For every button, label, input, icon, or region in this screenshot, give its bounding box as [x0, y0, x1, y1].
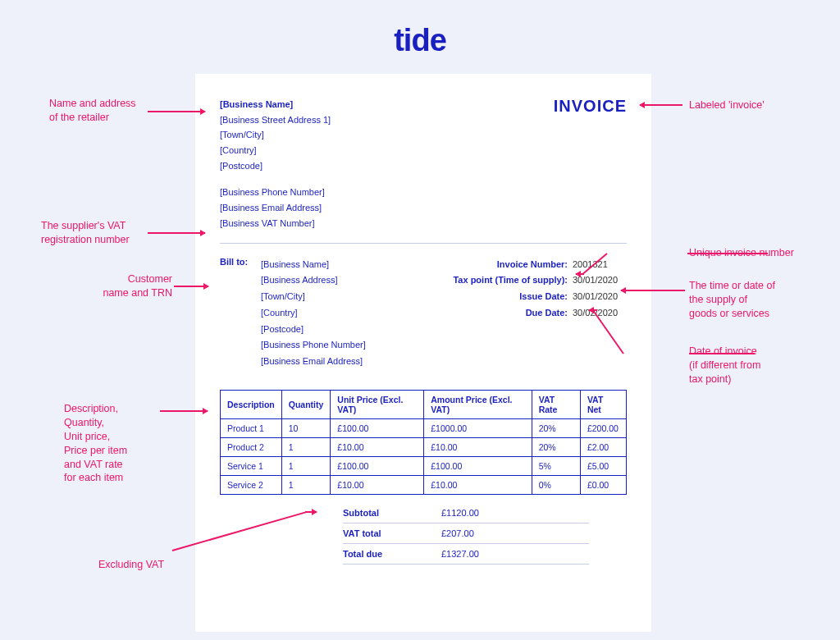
business-address1: [Business Street Address 1]: [220, 112, 331, 128]
billto-postcode: [Postcode]: [261, 322, 366, 338]
col-amount: Amount Price (Excl. VAT): [424, 391, 532, 419]
table-cell: 20%: [532, 438, 580, 457]
totals-block: Subtotal £1120.00 VAT total £207.00 Tota…: [343, 503, 589, 565]
anno-retailer: Name and addressof the retailer: [49, 97, 164, 125]
arrow-icon: [174, 286, 208, 287]
billto-name: [Business Name]: [261, 257, 366, 273]
bill-to-label: Bill to:: [220, 257, 253, 371]
arrow-line: [689, 353, 755, 354]
business-vat-number: [Business VAT Number]: [220, 216, 627, 231]
table-cell: £10.00: [331, 438, 424, 457]
billto-address: [Business Address]: [261, 272, 366, 289]
table-cell: Product 1: [221, 419, 282, 438]
anno-invoice-date: Date of invoice(if different fromtax poi…: [689, 345, 812, 386]
table-cell: £1000.00: [424, 419, 532, 438]
anno-line-items: Description,Quantity,Unit price,Price pe…: [64, 402, 171, 485]
table-cell: £0.00: [580, 476, 626, 495]
subtotal-value: £1120.00: [441, 508, 479, 518]
business-address-block: [Business Name] [Business Street Address…: [220, 97, 331, 173]
business-town: [Town/City]: [220, 127, 331, 143]
business-contact-block: [Business Phone Number] [Business Email …: [220, 185, 627, 231]
tax-point-label: Tax point (Time of supply):: [453, 272, 568, 289]
table-cell: £10.00: [331, 476, 424, 495]
anno-supply-date: The time or date ofthe supply ofgoods or…: [689, 279, 812, 321]
total-due-value: £1327.00: [441, 549, 479, 559]
col-description: Description: [221, 391, 282, 419]
anno-labeled-invoice: Labeled 'invoice': [689, 98, 765, 112]
arrow-icon: [621, 290, 685, 291]
invoice-title: INVOICE: [554, 97, 627, 173]
vat-total-label: VAT total: [343, 528, 441, 538]
business-country: [Country]: [220, 143, 331, 158]
table-cell: 1: [281, 457, 331, 476]
billto-email: [Business Email Address]: [261, 354, 366, 370]
table-cell: 1: [281, 438, 331, 457]
table-row: Service 21£10.00£10.000%£0.00: [221, 476, 627, 495]
table-row: Product 21£10.00£10.0020%£2.00: [221, 438, 627, 457]
table-row: Service 11£100.00£100.005%£5.00: [221, 457, 627, 476]
arrow-icon: [640, 104, 682, 106]
table-cell: Product 2: [221, 438, 282, 457]
table-cell: 1: [281, 476, 331, 495]
table-cell: £10.00: [424, 476, 532, 495]
table-cell: 0%: [532, 476, 580, 495]
table-cell: £100.00: [331, 457, 424, 476]
col-quantity: Quantity: [281, 391, 331, 419]
table-cell: £5.00: [580, 457, 626, 476]
arrow-icon: [148, 232, 205, 234]
table-row: Product 110£100.00£1000.0020%£200.00: [221, 419, 627, 438]
total-due-label: Total due: [343, 549, 441, 559]
billto-town: [Town/City]: [261, 289, 366, 305]
vat-total-value: £207.00: [441, 528, 474, 538]
due-date-label: Due Date:: [526, 305, 568, 322]
arrow-icon: [576, 273, 584, 275]
arrow-icon: [160, 410, 208, 412]
arrow-icon: [305, 511, 317, 513]
business-email: [Business Email Address]: [220, 200, 627, 216]
table-cell: £200.00: [580, 419, 626, 438]
col-unit-price: Unit Price (Excl. VAT): [331, 391, 424, 419]
arrow-icon: [148, 111, 205, 112]
anno-excl-vat: Excluding VAT: [98, 558, 164, 572]
table-cell: £100.00: [424, 457, 532, 476]
arrow-icon: [589, 309, 597, 311]
issue-date-value: 30/01/2020: [573, 289, 627, 305]
business-phone: [Business Phone Number]: [220, 185, 627, 200]
col-vat-rate: VAT Rate: [532, 391, 580, 419]
table-cell: 5%: [532, 457, 580, 476]
line-items-table: Description Quantity Unit Price (Excl. V…: [220, 390, 627, 495]
divider: [220, 243, 627, 244]
table-cell: 20%: [532, 419, 580, 438]
issue-date-label: Issue Date:: [519, 289, 568, 305]
anno-customer: Customername and TRN: [66, 272, 172, 300]
billto-phone: [Business Phone Number]: [261, 337, 366, 354]
bill-to-block: Bill to: [Business Name] [Business Addre…: [220, 257, 366, 371]
business-name: [Business Name]: [220, 97, 331, 112]
table-cell: £2.00: [580, 438, 626, 457]
business-postcode: [Postcode]: [220, 158, 331, 174]
table-cell: Service 2: [221, 476, 282, 495]
invoice-number-label: Invoice Number:: [497, 257, 568, 273]
table-cell: Service 1: [221, 457, 282, 476]
brand-logo: tide: [394, 23, 446, 58]
subtotal-label: Subtotal: [343, 508, 441, 518]
table-cell: £10.00: [424, 438, 532, 457]
invoice-sheet: [Business Name] [Business Street Address…: [195, 74, 651, 632]
table-cell: £100.00: [331, 419, 424, 438]
arrow-line: [687, 253, 768, 254]
billto-country: [Country]: [261, 305, 366, 322]
invoice-meta: Invoice Number: 2001321 Tax point (Time …: [453, 257, 627, 371]
col-vat-net: VAT Net: [580, 391, 626, 419]
table-cell: 10: [281, 419, 331, 438]
